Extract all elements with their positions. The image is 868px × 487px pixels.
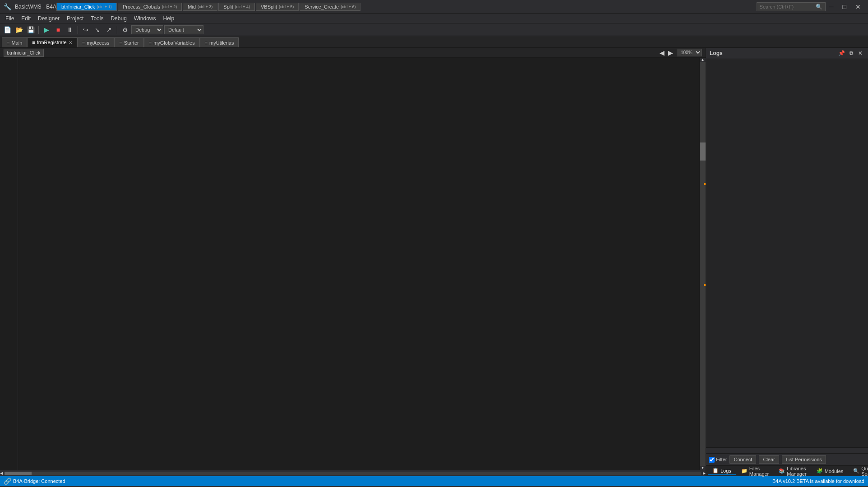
logs-title: Logs <box>710 50 723 56</box>
error-marker-1 <box>704 183 706 185</box>
horizontal-scrollbar[interactable]: ◀ ▶ <box>0 470 706 476</box>
app-title: BasicWMS - B4A <box>15 4 56 10</box>
nav-forward[interactable]: ▶ <box>668 49 673 56</box>
editor-tabbar: ≡ Main ≡ frmRegistrate ✕ ≡ myAccess ≡ St… <box>0 36 868 48</box>
logs-header: Logs 📌 ⧉ ✕ <box>706 48 868 59</box>
search-input[interactable] <box>760 4 814 9</box>
build-mode-select[interactable]: Default Obfuscated <box>164 25 203 34</box>
menu-designer[interactable]: Designer <box>34 14 63 23</box>
menu-project[interactable]: Project <box>63 14 87 23</box>
quick-tab-5[interactable]: Service_Create (ctrl + 6) <box>300 3 360 11</box>
update-message: B4A v10.2 BETA is available for download <box>772 478 864 484</box>
scroll-down-arrow[interactable]: ▼ <box>700 466 706 470</box>
clear-button[interactable]: Clear <box>759 455 779 464</box>
statusbar-left: 🔗 B4A-Bridge: Connected <box>4 478 65 485</box>
menu-tools[interactable]: Tools <box>87 14 107 23</box>
logs-float-button[interactable]: ⧉ <box>848 50 855 57</box>
logs-content[interactable] <box>706 59 868 447</box>
global-search[interactable]: 🔍 <box>757 2 826 11</box>
bottom-tab-modules[interactable]: 🧩 Modules <box>812 467 848 475</box>
app-icon: 🔧 <box>4 3 11 10</box>
hscroll-thumb[interactable] <box>5 472 32 475</box>
logs-header-buttons: 📌 ⧉ ✕ <box>836 50 864 57</box>
menu-file[interactable]: File <box>2 14 18 23</box>
app-title-area: 🔧 BasicWMS - B4A <box>4 3 56 10</box>
search-icon: 🔍 <box>816 4 822 10</box>
connection-icon: 🔗 <box>4 478 11 485</box>
tab-myutilerias[interactable]: ≡ myUtilerias <box>200 37 239 47</box>
tb-stop[interactable]: ■ <box>53 25 64 35</box>
tab-starter[interactable]: ≡ Starter <box>114 37 143 47</box>
toolbar-sep-1 <box>38 26 39 34</box>
main-layout: btnIniciar_Click ◀ ▶ 100% ▲ <box>0 48 868 476</box>
bottom-tabs: 📋 Logs 📁 Files Manager 📚 Libraries Manag… <box>706 465 868 476</box>
close-button[interactable]: ✕ <box>852 2 864 11</box>
bottom-tab-libraries[interactable]: 📚 Libraries Manager <box>774 465 811 478</box>
tb-new[interactable]: 📄 <box>2 25 13 35</box>
tb-run[interactable]: ▶ <box>41 25 52 35</box>
line-numbers <box>0 58 18 470</box>
toolbar: 📄 📂 💾 ▶ ■ ⏸ ↪ ↘ ↗ ⚙ Debug Release Defaul… <box>0 23 868 36</box>
scroll-track[interactable] <box>700 62 706 466</box>
menu-edit[interactable]: Edit <box>18 14 34 23</box>
bottom-tab-quicksearch[interactable]: 🔍 Quick Search <box>849 465 868 478</box>
filter-checkbox-input[interactable] <box>709 457 715 463</box>
logs-bottom-bar: Filter Connect Clear List Permissions 📋 … <box>706 447 868 476</box>
connect-button[interactable]: Connect <box>729 455 756 464</box>
tb-step-out[interactable]: ↗ <box>104 25 115 35</box>
quick-tab-4[interactable]: VBSplit (ctrl + 5) <box>256 3 299 11</box>
logs-panel: Logs 📌 ⧉ ✕ Filter Connect Clear List Per… <box>706 48 868 476</box>
tab-myaccess[interactable]: ≡ myAccess <box>77 37 115 47</box>
quick-tab-1[interactable]: Process_Globals (ctrl + 2) <box>118 3 182 11</box>
list-permissions-button[interactable]: List Permissions <box>782 455 826 464</box>
code-editor-area: btnIniciar_Click ◀ ▶ 100% ▲ <box>0 48 706 476</box>
logs-pin-button[interactable]: 📌 <box>836 50 847 57</box>
tb-save[interactable]: 💾 <box>25 25 36 35</box>
quick-access-tabs: btnIniciar_Click (ctrl + 1) Process_Glob… <box>56 3 757 11</box>
logs-close-button[interactable]: ✕ <box>856 50 864 57</box>
maximize-button[interactable]: □ <box>839 2 850 11</box>
window-controls: ─ □ ✕ <box>826 2 864 11</box>
filter-checkbox[interactable]: Filter <box>709 457 727 463</box>
error-marker-2 <box>704 284 706 286</box>
hscroll-left-arrow[interactable]: ◀ <box>0 471 3 475</box>
connection-status: B4A-Bridge: Connected <box>13 478 65 484</box>
code-header: btnIniciar_Click ◀ ▶ 100% <box>0 48 706 58</box>
quick-tab-0[interactable]: btnIniciar_Click (ctrl + 1) <box>56 3 117 11</box>
vertical-scrollbar[interactable]: ▲ ▼ <box>699 58 706 470</box>
hscroll-track[interactable] <box>5 472 701 475</box>
tb-step-over[interactable]: ↪ <box>80 25 91 35</box>
code-main[interactable] <box>0 58 699 470</box>
current-sub-label: btnIniciar_Click <box>4 49 44 57</box>
zoom-select[interactable]: 100% <box>677 49 702 56</box>
bottom-tab-files[interactable]: 📁 Files Manager <box>737 465 773 478</box>
minimize-button[interactable]: ─ <box>826 2 837 11</box>
tb-pause[interactable]: ⏸ <box>65 25 75 35</box>
tab-main[interactable]: ≡ Main <box>2 37 27 47</box>
code-text-area[interactable] <box>18 58 699 470</box>
title-bar: 🔧 BasicWMS - B4A btnIniciar_Click (ctrl … <box>0 0 868 14</box>
menu-bar: File Edit Designer Project Tools Debug W… <box>0 14 868 23</box>
tb-compile[interactable]: ⚙ <box>120 25 130 35</box>
quick-tab-2[interactable]: Mid (ctrl + 3) <box>183 3 217 11</box>
menu-windows[interactable]: Windows <box>130 14 160 23</box>
logs-horizontal-scrollbar[interactable] <box>706 448 868 453</box>
logs-actions: Filter Connect Clear List Permissions <box>706 453 868 465</box>
tab-close-frmregistrate[interactable]: ✕ <box>69 40 72 45</box>
debug-mode-select[interactable]: Debug Release <box>131 25 163 34</box>
toolbar-sep-3 <box>117 26 117 34</box>
tb-step-in[interactable]: ↘ <box>92 25 103 35</box>
quick-tab-3[interactable]: Split (ctrl + 4) <box>218 3 255 11</box>
menu-debug[interactable]: Debug <box>107 14 130 23</box>
scroll-up-arrow[interactable]: ▲ <box>700 58 706 62</box>
bottom-tab-logs[interactable]: 📋 Logs <box>708 467 736 475</box>
scroll-thumb[interactable] <box>700 142 706 161</box>
tab-frmregistrate[interactable]: ≡ frmRegistrate ✕ <box>27 37 77 47</box>
toolbar-sep-2 <box>78 26 78 34</box>
tab-myglobalvariables[interactable]: ≡ myGlobalVariables <box>144 37 200 47</box>
nav-back[interactable]: ◀ <box>660 49 665 56</box>
menu-help[interactable]: Help <box>160 14 178 23</box>
statusbar-right: B4A v10.2 BETA is available for download <box>772 478 864 484</box>
status-bar: 🔗 B4A-Bridge: Connected B4A v10.2 BETA i… <box>0 476 868 486</box>
tb-open[interactable]: 📂 <box>14 25 24 35</box>
